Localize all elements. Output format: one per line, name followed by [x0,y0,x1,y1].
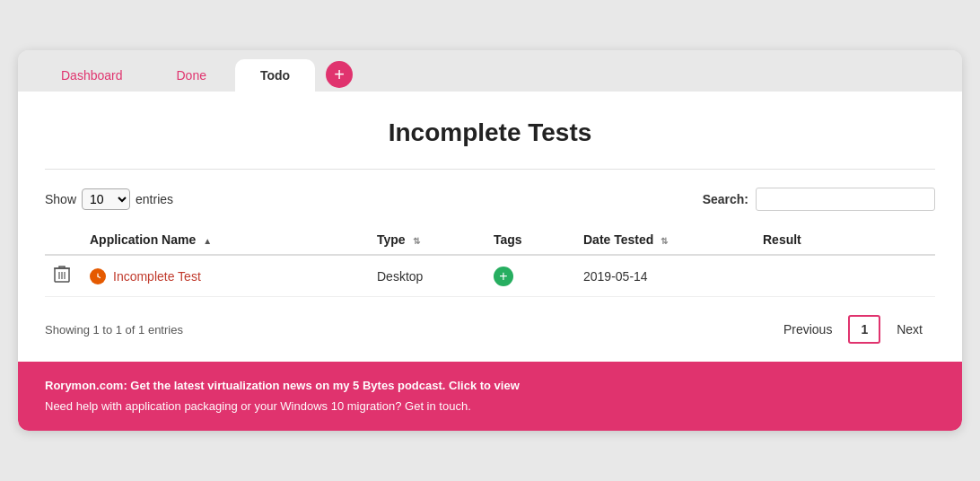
search-input[interactable] [756,188,935,211]
col-header-result: Result [754,225,935,255]
row-date-cell: 2019-05-14 [574,255,754,297]
footer-line1: Rorymon.com: Get the latest virtualizati… [45,376,935,396]
row-type-cell: Desktop [368,255,485,297]
pagination: Previous 1 Next [771,315,935,344]
clock-icon [90,268,106,284]
row-action-cell [45,255,81,297]
previous-button[interactable]: Previous [771,317,844,342]
col-header-action [45,225,81,255]
row-tags-cell: + [485,255,574,297]
divider [45,169,935,170]
next-button[interactable]: Next [884,317,935,342]
page-title: Incomplete Tests [45,118,935,147]
tab-bar: Dashboard Done Todo + [18,50,962,92]
show-entries-control: Show 10 25 50 100 entries [45,188,173,210]
row-name-cell: Incomplete Test [81,255,368,297]
entries-select[interactable]: 10 25 50 100 [82,188,130,210]
data-table: Application Name ▲ Type ⇅ Tags Date Test… [45,225,935,297]
footer-banner[interactable]: Rorymon.com: Get the latest virtualizati… [18,362,962,430]
col-header-type[interactable]: Type ⇅ [368,225,485,255]
show-label: Show [45,192,76,206]
table-footer: Showing 1 to 1 of 1 entries Previous 1 N… [45,311,935,344]
sort-icon-date: ⇅ [661,236,668,246]
table-row: Incomplete Test Desktop + 2019-05-14 [45,255,935,297]
col-header-tags: Tags [485,225,574,255]
row-result-cell [754,255,935,297]
sort-icon-type: ⇅ [413,236,420,246]
table-header-row: Application Name ▲ Type ⇅ Tags Date Test… [45,225,935,255]
col-header-name[interactable]: Application Name ▲ [81,225,368,255]
main-content: Incomplete Tests Show 10 25 50 100 entri… [18,92,962,362]
showing-text: Showing 1 to 1 of 1 entries [45,323,183,337]
tab-todo[interactable]: Todo [235,59,315,92]
footer-line2: Need help with application packaging or … [45,397,935,416]
app-container: Dashboard Done Todo + Incomplete Tests S… [18,50,962,430]
entries-label: entries [136,192,173,206]
tag-add-icon[interactable]: + [494,267,513,286]
app-name-link[interactable]: Incomplete Test [113,269,201,284]
tab-done[interactable]: Done [152,59,232,92]
search-box: Search: [703,188,935,211]
table-controls: Show 10 25 50 100 entries Search: [45,188,935,211]
add-tab-button[interactable]: + [326,61,353,88]
delete-icon[interactable] [54,268,70,286]
search-label: Search: [703,192,748,206]
tab-dashboard[interactable]: Dashboard [36,59,148,92]
col-header-date[interactable]: Date Tested ⇅ [574,225,754,255]
sort-icon-name: ▲ [203,236,212,246]
page-number[interactable]: 1 [848,315,880,344]
